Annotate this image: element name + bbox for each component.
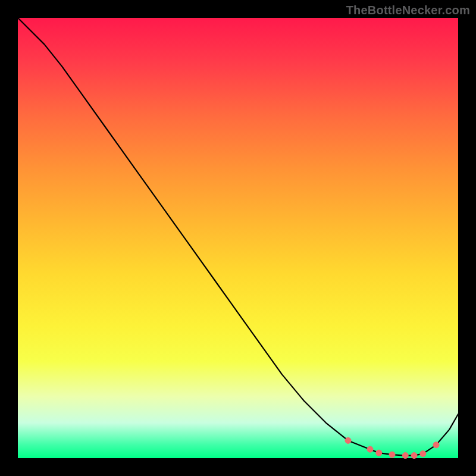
curve-marker xyxy=(433,442,439,448)
chart-frame: TheBottleNecker.com xyxy=(0,0,476,476)
curve-marker xyxy=(345,437,351,443)
curve-svg xyxy=(18,18,458,458)
marker-group xyxy=(345,437,439,458)
curve-marker xyxy=(420,451,426,457)
watermark-text: TheBottleNecker.com xyxy=(346,4,470,17)
bottleneck-curve xyxy=(18,18,458,456)
curve-marker xyxy=(376,450,382,456)
curve-marker xyxy=(389,452,395,458)
curve-marker xyxy=(402,453,408,459)
plot-area xyxy=(18,18,458,458)
curve-marker xyxy=(367,446,373,452)
curve-marker xyxy=(411,453,417,459)
